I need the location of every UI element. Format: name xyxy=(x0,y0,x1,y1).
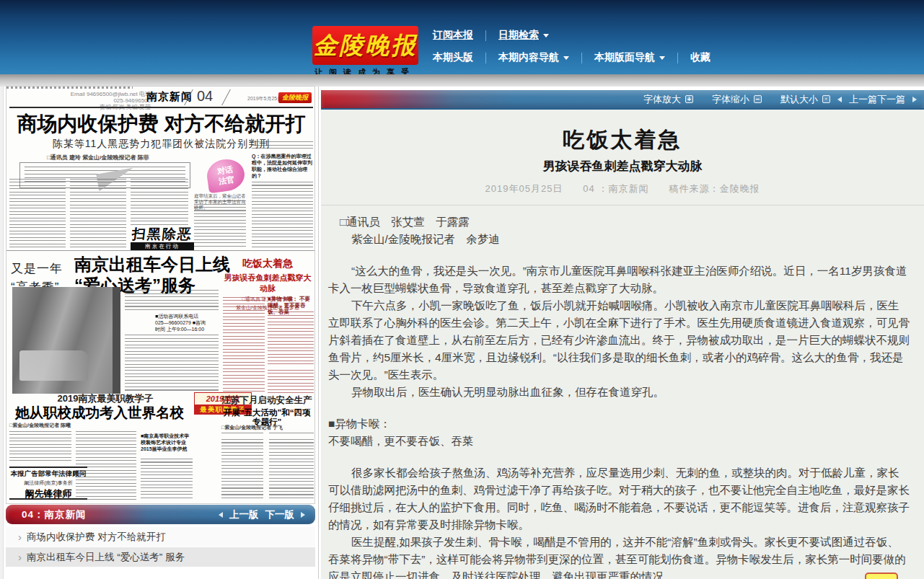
font-zoom-in-button[interactable]: 字体放大+ xyxy=(643,93,693,106)
nav-separator xyxy=(485,53,486,63)
paper-article1-title[interactable]: 商场内收保护费 对方不给就开打 xyxy=(6,110,315,138)
greeked-text-column xyxy=(9,179,66,249)
article-list-item[interactable]: ›商场内收保护费 对方不给就开打 xyxy=(6,527,315,547)
article-paragraph: 下午六点多，小凯一家晚饭吃了鱼，饭后小凯就开始喊咽喉痛。小凯被收入南京市儿童医院… xyxy=(328,297,910,384)
lawyer-ad-box: 本报广告部常年法律顾问 阚法律师(南京)事务所 阚先锋律师 xyxy=(9,467,87,500)
article2-kicker-line1: 又是一年 xyxy=(11,260,73,278)
paper-article4-byline: □紫金山/金陵晚报记者 陈曦 xyxy=(9,422,71,429)
newspaper-logo[interactable]: 金陵晚报 xyxy=(312,26,418,65)
nav-layout-nav-label: 本期版面导航 xyxy=(594,51,655,64)
nav-date-search-label: 日期检索 xyxy=(498,29,539,42)
greeked-text-column xyxy=(252,141,313,151)
header-nav-primary: 订阅本报 日期检索 xyxy=(433,29,549,42)
nav-front-page-label: 本期头版 xyxy=(433,51,473,64)
greeked-text-column xyxy=(269,433,314,500)
greeked-text-column xyxy=(268,311,314,393)
article-reader-pane: 吃饭太着急 男孩误吞鱼刺差点戳穿大动脉 2019年05月25日 04 ：南京新闻… xyxy=(321,110,924,579)
sweep-badge-main: 扫黑除恶 xyxy=(130,226,195,242)
nav-date-search-link[interactable]: 日期检索 xyxy=(498,29,549,42)
paper-article4-title[interactable]: 她从职校成功考入世界名校 xyxy=(6,403,193,423)
prev-page-button[interactable]: 上一版 xyxy=(229,508,259,521)
ad-line2: 阚法律师(南京)事务所 xyxy=(9,479,87,487)
back-to-top-button[interactable] xyxy=(865,573,898,579)
nav-separator xyxy=(677,53,678,63)
highlighted-article-subtitle: 男孩误吞鱼刺差点戳穿大动脉 xyxy=(221,273,314,294)
font-zoom-out-button[interactable]: 字体缩小− xyxy=(712,93,762,106)
paper-brand-badge: 金陵晚报 xyxy=(278,92,312,103)
nav-subscribe-link[interactable]: 订阅本报 xyxy=(433,29,473,42)
sweep-badge-banner: 南京在行动 xyxy=(131,242,194,250)
page-navigation-bar: 04：南京新闻 上一版 下一版 xyxy=(6,505,315,524)
chevron-down-icon xyxy=(659,56,665,60)
chevron-down-icon xyxy=(563,56,569,60)
site-header: 金陵晚报 让阅读成为享受 订阅本报 日期检索 本期头版 本期内容导航 本期版面导… xyxy=(0,0,924,74)
article-paragraph: “这么大的鱼骨，我还是头一次见。”南京市儿童医院耳鼻咽喉科张建亚主治医师介绍说。… xyxy=(328,262,910,297)
nav-content-nav-link[interactable]: 本期内容导航 xyxy=(498,51,569,64)
next-article-arrow-icon xyxy=(912,97,917,102)
next-page-button[interactable]: 下一版 xyxy=(265,508,295,521)
greeked-text-column xyxy=(125,335,219,392)
paper-article5-byline: □紫金山/金陵晚报记者 于飞 xyxy=(221,424,283,431)
greeked-text-column xyxy=(125,290,219,311)
nav-subscribe-label: 订阅本报 xyxy=(433,29,473,42)
article-tip-subheading: 不要喝醋，更不要吞饭、吞菜 xyxy=(328,433,910,450)
current-page-label: 04：南京新闻 xyxy=(22,508,87,521)
list-arrow-icon: › xyxy=(18,547,22,567)
article-list-item-title: 南京出租车今日上线 “爱心送考” 服务 xyxy=(27,547,185,567)
prev-page-arrow-icon xyxy=(219,512,223,518)
taxi-photo xyxy=(12,287,120,394)
masthead-slash xyxy=(221,89,240,105)
article-paragraph: 很多家长都会给孩子熬鱼汤、鸡汤等补充营养，应尽量选用少刺、无刺的鱼，或整块的肉。… xyxy=(328,464,910,534)
article-list-item[interactable]: ›南京出租车今日上线 “爱心送考” 服务 xyxy=(6,547,315,567)
greeked-text-column xyxy=(223,297,265,393)
font-default-button[interactable]: 默认大小· xyxy=(780,93,830,106)
panel-divider xyxy=(318,87,319,579)
article-list: ›商场内收保护费 对方不给就开打 ›南京出租车今日上线 “爱心送考” 服务 xyxy=(6,527,315,567)
prev-next-article-button[interactable]: 上一篇下一篇 xyxy=(849,93,905,106)
paper-article1-byline: □通讯员 建玲 紫金山/金陵晚报记者 陈菲 xyxy=(47,154,149,162)
article-byline2: 紫金山/金陵晚报记者 余梦迪 xyxy=(351,231,910,248)
nav-favorite-link[interactable]: 收藏 xyxy=(690,51,710,64)
greeked-text-column xyxy=(131,179,188,225)
zoom-reset-icon: · xyxy=(822,95,830,103)
header-nav-secondary: 本期头版 本期内容导航 本期版面导航 收藏 xyxy=(433,51,710,64)
greeked-text-column xyxy=(9,431,71,464)
newspaper-page-thumbnail[interactable]: Email 94696500@jlwb.net 电话 025-94696500 … xyxy=(6,86,315,504)
article2-title-line1: 南京出租车今日上线 xyxy=(74,255,230,274)
reader-toolbar: 字体放大+ 字体缩小− 默认大小· 上一篇下一篇 xyxy=(321,90,924,110)
sweep-crime-campaign-badge: 扫黑除恶 南京在行动 xyxy=(131,226,194,250)
greeked-text-column xyxy=(194,200,246,249)
article-body: □通讯员 张艾萱 于露露 紫金山/金陵晚报记者 余梦迪 “这么大的鱼骨，我还是头… xyxy=(321,205,924,579)
paper-email-line: Email 94696500@jlwb.net 电话 025-94696500 xyxy=(64,91,151,104)
article-title: 吃饭太着急 xyxy=(321,127,924,153)
article-paragraph: 异物取出后，医生确认无明显动脉出血征象，但存在食道穿孔。 xyxy=(328,384,910,401)
nav-front-page-link[interactable]: 本期头版 xyxy=(433,51,473,64)
paper-question-line: Q：在涉黑恶案件的审理过程中，法院是如何延伸审判职能，推动社会综合治理的？ xyxy=(252,153,313,179)
next-page-arrow-icon xyxy=(301,512,305,518)
greeked-text-column xyxy=(252,182,313,249)
ad-line1: 本报广告部常年法律顾问 xyxy=(9,469,87,479)
dialog-judge-badge: 对话 法官 xyxy=(205,157,247,194)
page-nav-controls: 上一版 下一版 xyxy=(219,508,305,521)
chevron-down-icon xyxy=(543,34,549,37)
zoom-in-icon: + xyxy=(685,95,693,103)
nav-separator xyxy=(485,30,486,41)
font-zoom-in-label: 字体放大 xyxy=(643,93,681,106)
paper-page-number: 04 xyxy=(197,88,213,105)
zoom-out-icon: − xyxy=(754,95,762,103)
masthead-rule xyxy=(9,107,313,108)
article5-title-line1: 江苏下月启动安全生产 xyxy=(220,394,314,407)
paper-article5-title[interactable]: 江苏下月启动安全生产 开展“五大活动”和“四项专题行” xyxy=(220,394,314,427)
paper-article4-note: ■南京高等职业技术学校装饰艺术设计专业2015届毕业生李伊然 xyxy=(141,433,193,452)
article2-contact-note: ■活动咨询联系电话 025—96600279 ■咨询时间 上午9:00—16:0… xyxy=(155,313,206,332)
prev-article-arrow-icon xyxy=(837,97,842,102)
nav-layout-nav-link[interactable]: 本期版面导航 xyxy=(594,51,665,64)
font-default-label: 默认大小 xyxy=(780,93,818,106)
nav-favorite-label: 收藏 xyxy=(690,51,710,64)
prev-next-article-label: 上一篇下一篇 xyxy=(849,93,905,106)
list-arrow-icon: › xyxy=(18,527,22,547)
font-zoom-out-label: 字体缩小 xyxy=(712,93,749,106)
nav-content-nav-label: 本期内容导航 xyxy=(498,51,559,64)
scan-edge-dots xyxy=(6,87,133,89)
header-divider-bar xyxy=(0,74,924,87)
